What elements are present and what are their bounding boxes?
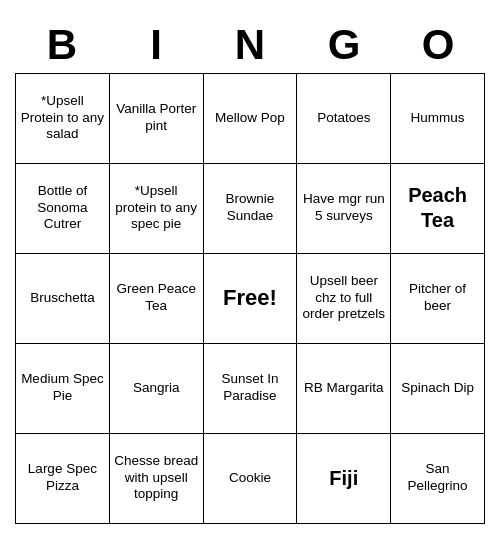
- bingo-cell-21[interactable]: Chesse bread with upsell topping: [110, 434, 204, 524]
- bingo-cell-23[interactable]: Fiji: [297, 434, 391, 524]
- bingo-cell-14[interactable]: Pitcher of beer: [391, 254, 485, 344]
- bingo-cell-15[interactable]: Medium Spec Pie: [16, 344, 110, 434]
- header-letter-b: B: [18, 21, 106, 69]
- bingo-cell-13[interactable]: Upsell beer chz to full order pretzels: [297, 254, 391, 344]
- bingo-cell-2[interactable]: Mellow Pop: [204, 74, 298, 164]
- bingo-cell-18[interactable]: RB Margarita: [297, 344, 391, 434]
- bingo-cell-6[interactable]: *Upsell protein to any spec pie: [110, 164, 204, 254]
- bingo-cell-22[interactable]: Cookie: [204, 434, 298, 524]
- bingo-cell-10[interactable]: Bruschetta: [16, 254, 110, 344]
- bingo-cell-20[interactable]: Large Spec Pizza: [16, 434, 110, 524]
- bingo-cell-0[interactable]: *Upsell Protein to any salad: [16, 74, 110, 164]
- bingo-cell-24[interactable]: San Pellegrino: [391, 434, 485, 524]
- bingo-cell-11[interactable]: Green Peace Tea: [110, 254, 204, 344]
- bingo-cell-1[interactable]: Vanilla Porter pint: [110, 74, 204, 164]
- header-letter-o: O: [394, 21, 482, 69]
- header-letter-g: G: [300, 21, 388, 69]
- bingo-cell-17[interactable]: Sunset In Paradise: [204, 344, 298, 434]
- bingo-cell-8[interactable]: Have mgr run 5 surveys: [297, 164, 391, 254]
- header-letter-i: I: [112, 21, 200, 69]
- bingo-card: BINGO *Upsell Protein to any saladVanill…: [15, 21, 485, 524]
- header-letter-n: N: [206, 21, 294, 69]
- bingo-cell-9[interactable]: Peach Tea: [391, 164, 485, 254]
- bingo-cell-3[interactable]: Potatoes: [297, 74, 391, 164]
- bingo-cell-12[interactable]: Free!: [204, 254, 298, 344]
- bingo-grid: *Upsell Protein to any saladVanilla Port…: [15, 73, 485, 524]
- bingo-cell-4[interactable]: Hummus: [391, 74, 485, 164]
- bingo-cell-7[interactable]: Brownie Sundae: [204, 164, 298, 254]
- bingo-cell-19[interactable]: Spinach Dip: [391, 344, 485, 434]
- bingo-header: BINGO: [15, 21, 485, 69]
- bingo-cell-5[interactable]: Bottle of Sonoma Cutrer: [16, 164, 110, 254]
- bingo-cell-16[interactable]: Sangria: [110, 344, 204, 434]
